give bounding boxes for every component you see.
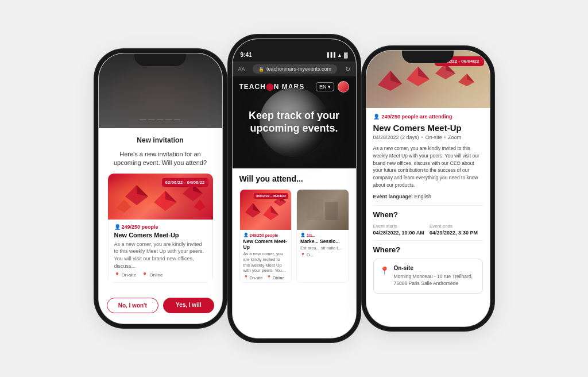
phone-2-card-1-people: 👤 249/250 people	[243, 233, 288, 237]
phone-2-wifi-icon: ▲	[337, 52, 342, 58]
phone-1-date-badge: 02/06/22 - 04/06/22	[162, 178, 208, 187]
phone-1-location-online: 📍 Online	[142, 272, 163, 278]
phone-2-time: 9:41	[241, 52, 252, 58]
phone-3-attending-text: 249/250 people are attending	[382, 114, 452, 120]
phone-1-pin-icon-2: 📍	[142, 272, 148, 278]
svg-marker-7	[194, 199, 206, 211]
phone-2-card-2-image	[297, 190, 349, 230]
phone-3-attending-icon: 👤	[373, 114, 380, 120]
phone-2-card-1-location: 📍 On-site 📍 Online	[243, 275, 288, 280]
phone-3-divider-1	[373, 205, 483, 206]
phone-3-where-type: On-site	[394, 265, 477, 271]
phone-3-event-ends-col: Event ends 04/29/2022, 3:30 PM	[430, 224, 483, 236]
phone-2-card-2-person-icon: 👤	[300, 233, 305, 237]
phone-2-lock-icon: 🔒	[258, 67, 264, 72]
phone-2-card-2-title: Marke... Sessio...	[300, 238, 345, 244]
phone-2-status-icons: ▐▐▐ ▲ ▓	[326, 52, 348, 58]
phone-2: 9:41 ▐▐▐ ▲ ▓ AA 🔒 teachonmars-myevents.c…	[233, 39, 356, 338]
phone-2-address-bar: AA 🔒 teachonmars-myevents.com ↻	[233, 61, 356, 76]
phone-3-starts-value: 04/28/2022, 10:00 AM	[373, 230, 427, 236]
phone-2-url: teachonmars-myevents.com	[266, 66, 331, 72]
svg-marker-6	[117, 199, 131, 213]
phone-3-event-starts-col: Event starts 04/28/2022, 10:00 AM	[373, 224, 427, 236]
phone-1-question: Here's a new invitation for an upcoming …	[108, 150, 213, 168]
phone-1-people-text: 249/250 people	[122, 224, 158, 230]
phone-2-card-1-pin-icon2: 📍	[266, 275, 272, 280]
phone-3-screen: 06/02/22 - 06/04/22 👤 249/250 people are…	[366, 51, 490, 326]
phone-3-event-meta: 04/28/2022 (2 days) • On-site + Zoom	[373, 134, 483, 140]
phone-2-url-pill[interactable]: 🔒 teachonmars-myevents.com	[253, 64, 337, 74]
phone-3-event-title: New Comers Meet-Up	[373, 123, 483, 133]
phone-1-event-desc: As a new comer, you are kindly invited t…	[114, 241, 207, 270]
phone-3-event-mode: On-site + Zoom	[425, 134, 461, 140]
phone-3-desc: As a new comer, you are kindly invited t…	[373, 145, 483, 189]
phone-2-cards-row: 06/02/22 - 06/04/22 👤 249/250 people New…	[239, 189, 349, 283]
phone-1-event-image: 02/06/22 - 04/06/22	[108, 174, 213, 220]
phone-3-where-card: 📍 On-site Morning Monceau - 10 rue Treil…	[373, 259, 483, 294]
phone-3: 06/02/22 - 06/04/22 👤 249/250 people are…	[366, 51, 490, 326]
phone-1-event-card[interactable]: 02/06/22 - 04/06/22 👤 249/250 people New…	[108, 174, 213, 283]
phone-1-no-button[interactable]: No, I won't	[107, 298, 159, 313]
phone-3-when-title: When?	[373, 210, 483, 219]
phone-3-starts-label: Event starts	[373, 224, 427, 229]
phone-2-card-2-location: 📍 O...	[300, 253, 345, 257]
phone-3-when-grid: Event starts 04/28/2022, 10:00 AM Event …	[373, 224, 483, 236]
phone-2-avatar[interactable]	[338, 81, 349, 93]
phone-2-will-attend: Will you attend...	[239, 174, 349, 183]
phone-3-ends-value: 04/29/2022, 3:30 PM	[430, 230, 483, 236]
phone-3-attending-row: 👤 249/250 people are attending	[373, 114, 483, 120]
phone-1-person-icon: 👤	[114, 224, 119, 229]
phone-3-notch	[402, 51, 454, 63]
phone-2-card-1-title: New Comers Meet-Up	[243, 238, 288, 250]
phone-1: — — — — — New invitation Here's a new in…	[99, 53, 222, 324]
phone-2-hero-title-line2: upcoming events.	[249, 122, 339, 135]
phone-2-card-1-date: 06/02/22 - 06/04/22	[254, 193, 288, 199]
phone-2-hero: TEACH⬤N MARS EN ▾ Keep track of your upc…	[233, 76, 356, 168]
phone-3-lang-value: English	[415, 194, 432, 199]
phone-2-notch	[268, 39, 320, 52]
phone-2-card-1-pin-icon: 📍	[243, 275, 249, 280]
phone-2-card-1-desc: As a new comer, you are kindly invited t…	[243, 251, 288, 274]
phone-3-lang-row: Event language: English	[373, 194, 483, 199]
phone-2-lang-button[interactable]: EN ▾	[316, 82, 334, 91]
phone-1-yes-button[interactable]: Yes, I will	[163, 298, 214, 313]
phone-2-hero-text: Keep track of your upcoming events.	[249, 110, 339, 134]
phone-3-meta-dot: •	[421, 134, 423, 140]
phone-1-event-title: New Comers Meet-Up	[114, 232, 207, 238]
phone-3-event-date: 04/28/2022 (2 days)	[373, 134, 419, 140]
phone-1-blur-text: — — — — —	[99, 116, 222, 122]
phone-1-location-onsite: 📍 On-site	[114, 272, 137, 278]
phone-1-new-invitation: New invitation	[108, 136, 213, 144]
phone-3-divider-2	[373, 240, 483, 241]
phone-1-pin-icon-1: 📍	[114, 272, 120, 278]
phone-2-card-2[interactable]: 👤 1/1... Marke... Sessio... Est arcu... …	[296, 189, 349, 283]
phone-3-location-icon: 📍	[380, 266, 389, 275]
phone-2-hero-title-line1: Keep track of your	[249, 110, 339, 122]
svg-rect-15	[325, 202, 338, 220]
phone-3-content: 👤 249/250 people are attending New Comer…	[366, 108, 490, 299]
phone-2-card-2-people: 👤 1/1...	[300, 233, 345, 237]
phone-2-battery-icon: ▓	[344, 52, 348, 58]
phone-1-notch	[134, 53, 186, 66]
phone-2-aa-label[interactable]: AA	[238, 66, 245, 72]
phone-3-ends-label: Event ends	[430, 224, 483, 229]
phone-3-where-address: Morning Monceau - 10 rue Treilhard, 7500…	[394, 273, 477, 288]
phone-2-card-1[interactable]: 06/02/22 - 06/04/22 👤 249/250 people New…	[239, 189, 292, 283]
phone-2-card-1-person-icon: 👤	[243, 233, 249, 237]
phone-2-chevron-icon: ▾	[328, 84, 331, 90]
phone-2-signal-icon: ▐▐▐	[326, 52, 335, 57]
phone-2-card-2-pin-icon: 📍	[300, 253, 305, 257]
phone-3-where-title: Where?	[373, 245, 483, 254]
svg-rect-14	[307, 199, 323, 220]
phone-2-reload-icon[interactable]: ↻	[345, 66, 350, 73]
phone-2-body: Will you attend...	[233, 168, 356, 324]
phone-2-card-2-desc: Est arcu... sit nulla t...	[300, 245, 345, 251]
phone-2-card-1-image: 06/02/22 - 06/04/22	[240, 190, 292, 230]
